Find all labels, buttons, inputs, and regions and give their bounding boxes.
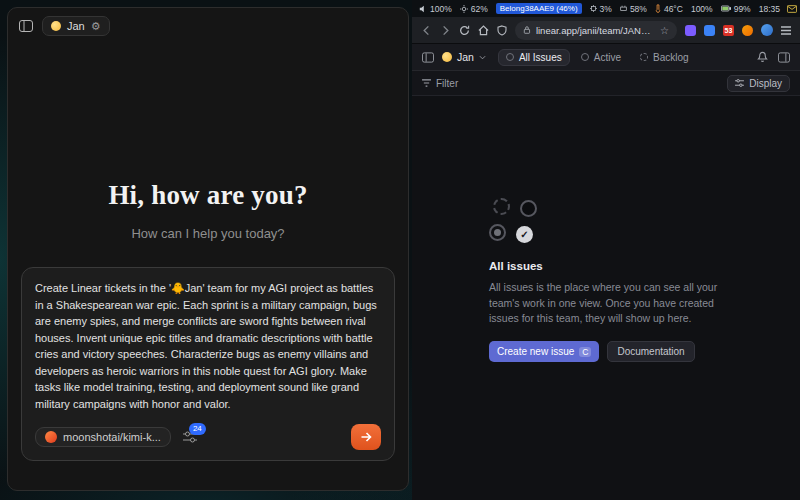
empty-state-description: All issues is the place where you can se…	[489, 280, 723, 327]
browser-toolbar: linear.app/janii/team/JANAPP/all ☆ 53	[412, 17, 800, 44]
tools-button[interactable]: 24	[183, 431, 197, 443]
arrow-right-icon	[360, 431, 372, 443]
url-text[interactable]: linear.app/janii/team/JANAPP/all	[536, 25, 655, 36]
send-button[interactable]	[351, 424, 381, 450]
sidebar-toggle-icon[interactable]	[19, 20, 33, 32]
lock-icon	[523, 25, 531, 35]
wifi-network-badge[interactable]: Belong38AAE9 (46%)	[496, 3, 582, 14]
extension-icon-1[interactable]	[685, 25, 696, 36]
tools-count-badge: 24	[189, 423, 206, 435]
memory-icon	[620, 5, 627, 12]
display-sliders-icon	[735, 79, 744, 87]
volume-status: 100%	[419, 4, 452, 14]
shield-button[interactable]	[497, 25, 507, 36]
cpu-status: 3%	[590, 4, 612, 14]
shortcut-key-badge: C	[579, 347, 591, 357]
browser-window: 100% 62% Belong38AAE9 (46%) 3% 58% 46°C …	[412, 0, 800, 500]
url-bar[interactable]: linear.app/janii/team/JANAPP/all ☆	[515, 21, 677, 40]
jan-main: Hi, how are you? How can I help you toda…	[8, 44, 408, 490]
workspace-label: Jan	[67, 20, 85, 32]
display-button[interactable]: Display	[727, 75, 790, 92]
cpu-icon	[590, 5, 597, 12]
memory-status: 58%	[620, 4, 647, 14]
in-progress-circle-icon	[489, 224, 506, 241]
linear-workspace[interactable]: Jan	[442, 51, 486, 63]
empty-state-title: All issues	[489, 260, 723, 272]
chat-composer[interactable]: Create Linear tickets in the '🐥Jan' team…	[21, 267, 395, 461]
done-check-icon: ✓	[516, 226, 533, 243]
chevron-down-icon	[479, 55, 486, 60]
composer-footer: moonshotai/kimi-k... 24	[35, 424, 381, 450]
workspace-pill[interactable]: Jan ⚙	[42, 16, 110, 36]
reload-button[interactable]	[459, 25, 470, 36]
prompt-input-text[interactable]: Create Linear tickets in the '🐥Jan' team…	[35, 280, 381, 412]
linear-content: ✓ All issues All issues is the place whe…	[412, 96, 800, 500]
backlog-circle-icon	[493, 198, 510, 215]
panel-right-icon[interactable]	[778, 52, 790, 63]
chick-icon	[51, 21, 61, 31]
gear-icon[interactable]: ⚙	[91, 21, 101, 32]
empty-state-actions: Create new issue C Documentation	[489, 341, 723, 362]
forward-button[interactable]	[440, 25, 451, 36]
linear-workspace-label: Jan	[457, 51, 474, 63]
documentation-button[interactable]: Documentation	[607, 341, 694, 362]
extension-icon-2[interactable]	[704, 25, 715, 36]
status-bar-right: 18:35	[759, 4, 800, 14]
home-button[interactable]	[478, 25, 489, 36]
temperature-status: 46°C	[655, 4, 683, 14]
filter-icon	[422, 79, 431, 87]
model-name-label: moonshotai/kimi-k...	[63, 431, 161, 443]
reload-icon	[459, 25, 470, 36]
linear-top-right	[757, 51, 790, 63]
battery-status: 99%	[721, 4, 751, 14]
hamburger-menu-icon	[781, 26, 791, 35]
clock: 18:35	[759, 4, 780, 14]
linear-top-bar: Jan All Issues Active Backlog	[412, 44, 800, 71]
browser-menu-button[interactable]	[781, 26, 791, 35]
tab-backlog[interactable]: Backlog	[632, 49, 697, 66]
active-status-icon	[581, 53, 589, 61]
back-button[interactable]	[421, 25, 432, 36]
jan-app-window: Jan ⚙ Hi, how are you? How can I help yo…	[7, 7, 409, 491]
model-selector[interactable]: moonshotai/kimi-k...	[35, 427, 171, 447]
adblock-extension-icon[interactable]: 53	[723, 25, 734, 36]
brightness-icon	[460, 5, 468, 13]
tab-active[interactable]: Active	[573, 49, 629, 66]
tab-all-issues[interactable]: All Issues	[498, 49, 570, 66]
greeting-title: Hi, how are you?	[108, 180, 307, 211]
bell-icon[interactable]	[757, 51, 768, 63]
system-status-bar: 100% 62% Belong38AAE9 (46%) 3% 58% 46°C …	[412, 0, 800, 17]
profile-avatar[interactable]	[761, 24, 773, 36]
mail-icon[interactable]	[787, 5, 797, 13]
filter-button[interactable]: Filter	[422, 78, 458, 89]
backlog-status-icon	[640, 53, 648, 61]
forward-arrow-icon	[440, 25, 451, 36]
chick-icon	[442, 52, 452, 62]
shield-icon	[497, 25, 507, 36]
home-icon	[478, 25, 489, 36]
back-arrow-icon	[421, 25, 432, 36]
bookmark-star-icon[interactable]: ☆	[660, 25, 669, 36]
brightness-status: 62%	[460, 4, 488, 14]
todo-circle-icon	[520, 200, 537, 217]
all-issues-icon	[506, 53, 514, 61]
speaker-icon	[419, 5, 427, 13]
view-tabs: All Issues Active Backlog	[498, 49, 697, 66]
panel-left-icon	[422, 52, 434, 63]
thermometer-icon	[655, 4, 661, 13]
create-new-issue-button[interactable]: Create new issue C	[489, 341, 599, 362]
linear-filter-bar: Filter Display	[412, 71, 800, 96]
model-provider-icon	[45, 431, 57, 443]
greeting-subtitle: How can I help you today?	[131, 226, 284, 241]
extension-icon-3[interactable]	[742, 25, 753, 36]
issue-status-illustration: ✓	[489, 198, 723, 248]
jan-header: Jan ⚙	[8, 8, 408, 44]
linear-sidebar-toggle-icon[interactable]	[422, 52, 434, 63]
empty-state: ✓ All issues All issues is the place whe…	[489, 198, 723, 362]
battery-icon	[721, 5, 731, 12]
disk-status: 100%	[691, 4, 713, 14]
